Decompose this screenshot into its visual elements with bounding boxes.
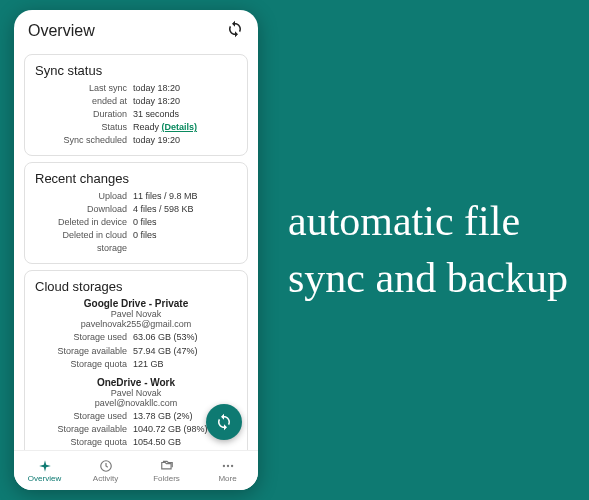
kv-label: Upload: [35, 190, 133, 203]
kv-row: Duration31 seconds: [35, 108, 237, 121]
kv-value: 63.06 GB (53%): [133, 331, 198, 344]
kv-row: Sync scheduledtoday 19:20: [35, 134, 237, 147]
kv-row: StatusReady (Details): [35, 121, 237, 134]
kv-label: Storage quota: [35, 358, 133, 371]
kv-row: Deleted in device0 files: [35, 216, 237, 229]
recent-changes-card: Recent changes Upload11 files / 9.8 MB D…: [24, 162, 248, 264]
kv-label: Deleted in device: [35, 216, 133, 229]
kv-row: Storage quota1054.50 GB: [35, 436, 237, 449]
kv-label: Storage used: [35, 331, 133, 344]
nav-label: More: [218, 474, 236, 483]
kv-label: Storage available: [35, 423, 133, 436]
storage-user: Pavel Novak: [35, 309, 237, 319]
kv-value: today 18:20: [133, 82, 180, 95]
promo-text: automatic file sync and backup: [288, 193, 569, 306]
kv-row: Storage quota121 GB: [35, 358, 237, 371]
kv-value: 1054.50 GB: [133, 436, 181, 449]
storage-user: Pavel Novak: [35, 388, 237, 398]
cloud-storages-title: Cloud storages: [35, 279, 237, 294]
bottom-nav: Overview Activity Folders More: [14, 450, 258, 490]
kv-row: Deleted in cloud storage0 files: [35, 229, 237, 255]
storage-account[interactable]: OneDrive - Work Pavel Novak pavel@novakl…: [35, 377, 237, 449]
nav-overview[interactable]: Overview: [14, 451, 75, 490]
kv-row: Storage used63.06 GB (53%): [35, 331, 237, 344]
page-title: Overview: [28, 22, 95, 40]
sync-fab-button[interactable]: [206, 404, 242, 440]
folders-icon: [160, 459, 174, 473]
app-bar: Overview: [14, 10, 258, 50]
recent-changes-title: Recent changes: [35, 171, 237, 186]
sync-icon-button[interactable]: [226, 20, 244, 42]
kv-value: 31 seconds: [133, 108, 179, 121]
kv-row: ended attoday 18:20: [35, 95, 237, 108]
kv-label: ended at: [35, 95, 133, 108]
nav-folders[interactable]: Folders: [136, 451, 197, 490]
svg-point-1: [222, 464, 224, 466]
sync-status-card: Sync status Last synctoday 18:20 ended a…: [24, 54, 248, 156]
sparkle-icon: [38, 459, 52, 473]
kv-value: 4 files / 598 KB: [133, 203, 194, 216]
nav-more[interactable]: More: [197, 451, 258, 490]
kv-value: today 18:20: [133, 95, 180, 108]
kv-label: Last sync: [35, 82, 133, 95]
kv-label: Duration: [35, 108, 133, 121]
kv-row: Download4 files / 598 KB: [35, 203, 237, 216]
scroll-content[interactable]: Sync status Last synctoday 18:20 ended a…: [14, 50, 258, 450]
kv-label: Deleted in cloud storage: [35, 229, 133, 255]
kv-label: Storage quota: [35, 436, 133, 449]
details-link[interactable]: (Details): [162, 122, 198, 132]
sync-icon: [226, 20, 244, 38]
kv-row: Storage available57.94 GB (47%): [35, 345, 237, 358]
phone-frame: Overview Sync status Last synctoday 18:2…: [14, 10, 258, 490]
kv-label: Sync scheduled: [35, 134, 133, 147]
kv-value: 11 files / 9.8 MB: [133, 190, 198, 203]
nav-activity[interactable]: Activity: [75, 451, 136, 490]
nav-label: Activity: [93, 474, 118, 483]
clock-icon: [99, 459, 113, 473]
kv-value: 0 files: [133, 216, 157, 229]
kv-value: 13.78 GB (2%): [133, 410, 193, 423]
promo-panel: automatic file sync and backup: [258, 193, 589, 306]
storage-name: Google Drive - Private: [35, 298, 237, 309]
kv-value: 57.94 GB (47%): [133, 345, 198, 358]
kv-label: Download: [35, 203, 133, 216]
storage-name: OneDrive - Work: [35, 377, 237, 388]
kv-value: 0 files: [133, 229, 157, 255]
nav-label: Overview: [28, 474, 61, 483]
kv-row: Upload11 files / 9.8 MB: [35, 190, 237, 203]
svg-point-3: [230, 464, 232, 466]
kv-row: Last synctoday 18:20: [35, 82, 237, 95]
dots-icon: [221, 459, 235, 473]
svg-point-2: [226, 464, 228, 466]
nav-label: Folders: [153, 474, 180, 483]
kv-value: today 19:20: [133, 134, 180, 147]
kv-value: 121 GB: [133, 358, 164, 371]
storage-account[interactable]: Google Drive - Private Pavel Novak pavel…: [35, 298, 237, 370]
sync-status-title: Sync status: [35, 63, 237, 78]
kv-label: Storage used: [35, 410, 133, 423]
storage-email: pavelnovak255@gmail.com: [35, 319, 237, 329]
storage-email: pavel@novakllc.com: [35, 398, 237, 408]
kv-label: Storage available: [35, 345, 133, 358]
kv-label: Status: [35, 121, 133, 134]
kv-value: 1040.72 GB (98%): [133, 423, 208, 436]
kv-value: Ready (Details): [133, 121, 197, 134]
sync-icon: [215, 413, 233, 431]
